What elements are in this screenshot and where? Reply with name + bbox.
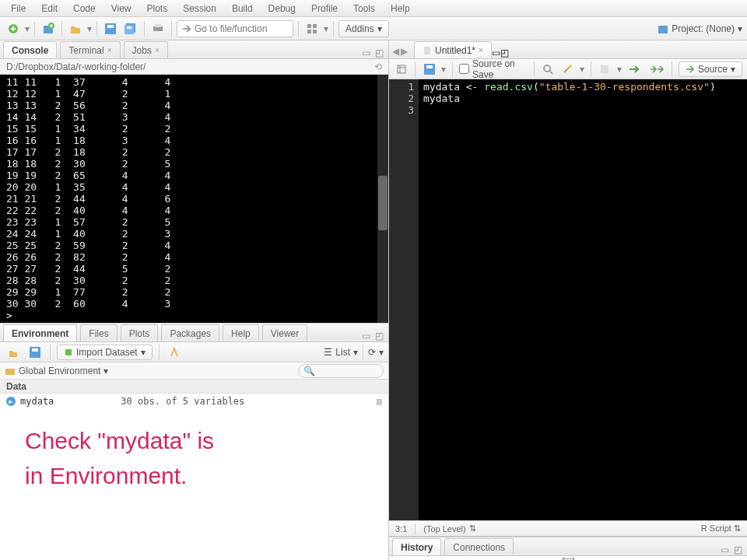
forward-icon[interactable]: ▶ — [401, 46, 408, 57]
svg-rect-19 — [424, 47, 430, 54]
minimize-icon[interactable]: ▭ — [492, 47, 500, 58]
project-menu[interactable]: Project: (None) ▾ — [658, 23, 742, 34]
tab-packages[interactable]: Packages — [161, 324, 219, 341]
source-button[interactable]: Source ▾ — [679, 61, 742, 77]
menu-view[interactable]: View — [103, 3, 139, 14]
pane-resizer[interactable]: ⟷ — [389, 556, 747, 560]
history-tabs: History Connections ▭◰ — [389, 537, 747, 556]
tab-files[interactable]: Files — [80, 324, 117, 341]
tab-plots[interactable]: Plots — [121, 324, 159, 341]
find-button[interactable] — [541, 61, 556, 78]
file-icon — [423, 46, 432, 55]
svg-rect-4 — [107, 25, 114, 28]
goto-file-input[interactable]: Go to file/function — [177, 20, 293, 37]
tab-jobs[interactable]: Jobs× — [124, 41, 168, 58]
clear-objects-button[interactable] — [166, 344, 183, 361]
source-on-save-label: Source on Save — [472, 58, 528, 80]
minimize-icon[interactable]: ▭ — [362, 331, 370, 341]
tab-connections[interactable]: Connections — [444, 538, 514, 555]
save-button[interactable] — [102, 20, 119, 37]
maximize-icon[interactable]: ◰ — [734, 544, 742, 555]
filetype-label[interactable]: R Script — [701, 523, 731, 533]
menu-build[interactable]: Build — [224, 3, 261, 14]
menu-file[interactable]: File — [3, 3, 33, 14]
tab-viewer[interactable]: Viewer — [262, 324, 307, 341]
menu-profile[interactable]: Profile — [303, 3, 345, 14]
tab-terminal[interactable]: Terminal× — [60, 41, 120, 58]
print-button[interactable] — [149, 20, 167, 37]
tab-history[interactable]: History — [392, 538, 441, 555]
close-icon[interactable]: × — [155, 46, 160, 54]
source-tab[interactable]: Untitled1* × — [414, 41, 492, 58]
popout-button[interactable] — [394, 61, 409, 78]
dropdown-icon[interactable]: ▾ — [87, 23, 92, 34]
maximize-icon[interactable]: ◰ — [375, 331, 384, 341]
list-mode-button[interactable]: List — [335, 347, 350, 358]
back-icon[interactable]: ◀ — [392, 46, 399, 57]
menu-tools[interactable]: Tools — [345, 3, 383, 14]
new-project-button[interactable] — [40, 20, 57, 37]
maximize-icon[interactable]: ◰ — [375, 47, 384, 58]
menu-debug[interactable]: Debug — [261, 3, 303, 14]
chevron-down-icon: ▾ — [738, 23, 742, 34]
wand-button[interactable] — [560, 61, 575, 78]
svg-point-24 — [569, 65, 572, 68]
env-scope-label[interactable]: Global Environment — [19, 366, 100, 376]
maximize-icon[interactable]: ◰ — [500, 47, 509, 58]
console-pane: Console Terminal× Jobs× ▭◰ D:/Dropbox/Da… — [0, 40, 388, 324]
menu-session[interactable]: Session — [175, 3, 224, 14]
svg-rect-6 — [124, 25, 134, 34]
source-editor[interactable]: 123 mydata <- read.csv("table-1-30-respo… — [389, 79, 747, 520]
main-toolbar: ▾ ▾ Go to file/function ▾ Addins ▾ Proje… — [0, 17, 747, 40]
scroll-thumb[interactable] — [378, 176, 388, 230]
menu-plots[interactable]: Plots — [139, 3, 176, 14]
menu-edit[interactable]: Edit — [33, 3, 65, 14]
svg-rect-16 — [32, 348, 38, 352]
source-on-save-checkbox[interactable] — [459, 64, 469, 74]
save-source-button[interactable] — [422, 61, 437, 78]
open-file-button[interactable] — [67, 20, 84, 37]
scope-label[interactable]: (Top Level) — [423, 524, 465, 534]
env-search[interactable]: 🔍 — [298, 364, 384, 378]
dropdown-icon[interactable]: ▾ — [25, 23, 30, 34]
notebook-button[interactable] — [598, 61, 612, 78]
clear-console-icon[interactable]: ⟲ — [374, 61, 382, 72]
close-icon[interactable]: × — [107, 46, 112, 54]
chevron-down-icon: ▾ — [379, 347, 384, 358]
minimize-icon[interactable]: ▭ — [362, 47, 370, 58]
env-var-name: mydata — [20, 396, 54, 407]
menu-help[interactable]: Help — [383, 3, 418, 14]
search-icon: 🔍 — [303, 366, 315, 376]
console-tabs: Console Terminal× Jobs× ▭◰ — [0, 40, 388, 59]
import-dataset-button[interactable]: Import Dataset ▾ — [57, 345, 153, 360]
run-button[interactable] — [626, 61, 644, 78]
table-icon[interactable]: ▦ — [377, 396, 382, 407]
console-body[interactable]: 11 11 1 37 4 4 12 12 1 47 2 1 13 13 2 56… — [0, 75, 388, 323]
svg-rect-10 — [307, 24, 311, 28]
source-tabs: ◀ ▶ Untitled1* × ▭◰ — [389, 40, 747, 59]
console-scrollbar[interactable] — [377, 75, 388, 323]
refresh-icon[interactable]: ⟳ — [368, 347, 376, 358]
code-area[interactable]: mydata <- read.csv("table-1-30-responden… — [419, 79, 747, 520]
tab-help[interactable]: Help — [223, 324, 259, 341]
tab-environment[interactable]: Environment — [3, 324, 77, 341]
expand-icon[interactable]: ▶ — [6, 397, 16, 406]
close-icon[interactable]: × — [479, 46, 483, 54]
save-all-button[interactable] — [122, 20, 139, 37]
menu-code[interactable]: Code — [65, 3, 103, 14]
addins-button[interactable]: Addins ▾ — [338, 20, 389, 37]
svg-rect-20 — [398, 65, 405, 73]
console-path-bar: D:/Dropbox/Data/r-working-folder/ ⟲ — [0, 59, 388, 75]
chevron-down-icon: ▾ — [731, 64, 735, 75]
source-on-save[interactable]: Source on Save — [459, 58, 528, 80]
save-workspace-button[interactable] — [26, 344, 44, 361]
minimize-icon[interactable]: ▭ — [721, 544, 729, 555]
tab-label: Environment — [12, 328, 68, 339]
grid-button[interactable] — [303, 20, 321, 37]
load-workspace-button[interactable] — [5, 344, 22, 361]
dropdown-icon[interactable]: ▾ — [324, 23, 328, 34]
new-file-button[interactable] — [5, 20, 22, 37]
rerun-button[interactable] — [648, 61, 665, 78]
tab-console[interactable]: Console — [3, 41, 57, 58]
env-row-mydata[interactable]: ▶ mydata 30 obs. of 5 variables ▦ — [0, 394, 388, 409]
